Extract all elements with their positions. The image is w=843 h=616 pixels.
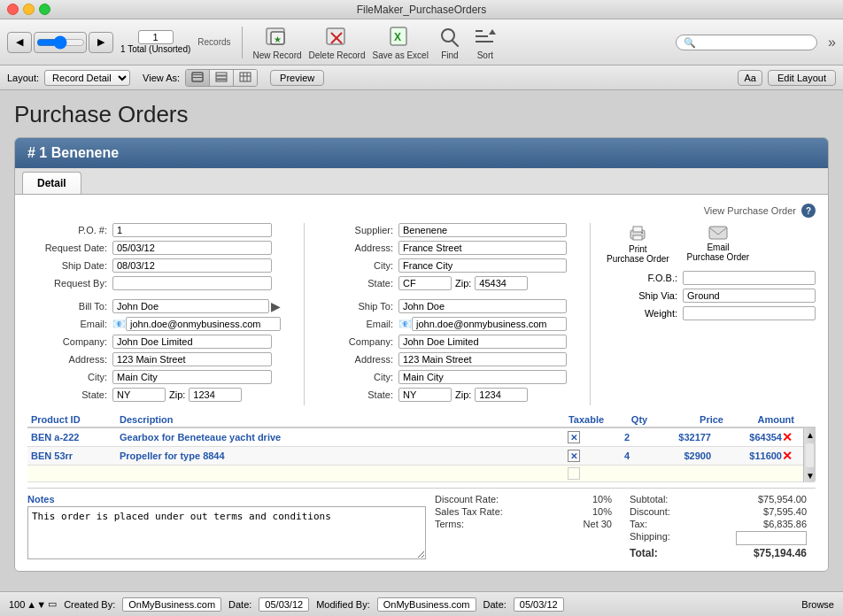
- bill-to-input[interactable]: [112, 299, 269, 313]
- view-po-link[interactable]: View Purchase Order: [704, 205, 796, 216]
- sales-tax-rate-value: 10%: [592, 506, 612, 517]
- action-buttons-row: PrintPurchase Order EmailPurchase Order: [607, 223, 816, 264]
- help-button[interactable]: ?: [801, 204, 816, 218]
- svg-rect-11: [476, 35, 488, 37]
- taxable-checkbox-2[interactable]: ✕: [568, 450, 580, 462]
- product-qty-empty: [605, 468, 649, 479]
- sup-state-input[interactable]: [398, 276, 452, 290]
- window-controls: [7, 4, 50, 15]
- scroll-up-button[interactable]: ▲: [804, 428, 816, 442]
- bill-email-input[interactable]: [126, 317, 281, 331]
- tabs: Detail: [15, 168, 828, 195]
- maximize-button[interactable]: [39, 4, 50, 15]
- bill-address-input[interactable]: [112, 352, 272, 366]
- delete-row-2-button[interactable]: ✕: [782, 449, 793, 463]
- edit-layout-button[interactable]: Edit Layout: [768, 70, 836, 86]
- toolbar-separator-1: [242, 27, 243, 58]
- window-title: FileMaker_PurchaseOrders: [357, 4, 487, 16]
- taxable-checkbox-empty[interactable]: [568, 467, 580, 480]
- discount-value: $7,595.40: [763, 506, 807, 517]
- modified-by-value: OnMyBusiness.com: [377, 597, 476, 612]
- print-po-label: PrintPurchase Order: [607, 244, 669, 264]
- svg-rect-18: [216, 76, 227, 79]
- sup-address-input[interactable]: [398, 241, 567, 255]
- sup-address-row: Address:: [313, 241, 567, 255]
- ship-company-label: Company:: [313, 336, 393, 347]
- svg-rect-28: [709, 227, 727, 239]
- delete-record-button[interactable]: Delete Record: [309, 24, 366, 60]
- tab-header: View Purchase Order ?: [27, 204, 816, 218]
- bill-city-input[interactable]: [112, 370, 272, 384]
- supplier-input[interactable]: [398, 223, 567, 237]
- preview-button[interactable]: Preview: [270, 70, 324, 86]
- print-po-button[interactable]: PrintPurchase Order: [607, 225, 669, 264]
- toolbar-expand-icon[interactable]: »: [828, 35, 836, 50]
- record-number-input[interactable]: [138, 30, 174, 44]
- bill-company-input[interactable]: [112, 335, 272, 349]
- weight-input[interactable]: [683, 306, 816, 320]
- ship-to-row: Ship To:: [313, 299, 567, 313]
- sort-button[interactable]: Sort: [471, 24, 499, 60]
- sup-zip-input[interactable]: [475, 276, 528, 290]
- sup-city-row: City:: [313, 258, 567, 273]
- product-id-1: BEN a-222: [31, 432, 120, 443]
- aa-button[interactable]: Aa: [738, 70, 762, 86]
- shipping-label: Shipping:: [630, 531, 670, 545]
- save-excel-button[interactable]: X Save as Excel: [373, 24, 429, 60]
- nav-back-button[interactable]: ◀: [7, 32, 32, 53]
- notes-textarea[interactable]: [27, 506, 426, 559]
- ship-state-input[interactable]: [398, 388, 452, 402]
- taxable-checkbox-1[interactable]: ✕: [568, 431, 580, 443]
- view-table-button[interactable]: [234, 70, 257, 86]
- zoom-area: 100 ▲▼ ▭: [9, 598, 57, 610]
- ship-via-input[interactable]: [683, 289, 816, 303]
- ship-city-input[interactable]: [398, 370, 567, 384]
- record-slider[interactable]: [36, 35, 85, 50]
- fob-input[interactable]: [683, 271, 816, 285]
- view-list-button[interactable]: [210, 70, 234, 86]
- ship-zip-input[interactable]: [475, 388, 528, 402]
- svg-point-8: [442, 29, 454, 42]
- request-date-label: Request Date:: [27, 243, 107, 253]
- layout-select[interactable]: Record Detail: [44, 70, 130, 86]
- bill-info-col: P.O. #: Request Date: Ship Date: Request…: [27, 223, 295, 405]
- minimize-button[interactable]: [23, 4, 35, 15]
- bill-state-input[interactable]: [112, 388, 166, 402]
- ship-date-input[interactable]: [112, 258, 272, 273]
- ship-to-input[interactable]: [398, 299, 567, 313]
- discount-row: Discount: $7,595.40: [630, 506, 807, 517]
- email-po-button[interactable]: EmailPurchase Order: [687, 225, 750, 264]
- layout-bar: Layout: Record Detail View As: Preview A…: [0, 65, 843, 90]
- nav-controls: ◀ ▶: [7, 32, 113, 53]
- view-form-button[interactable]: [186, 70, 210, 86]
- total-label-text: Total:: [630, 547, 658, 559]
- tab-detail[interactable]: Detail: [22, 172, 81, 194]
- scroll-down-button[interactable]: ▼: [804, 469, 816, 482]
- ship-company-input[interactable]: [398, 335, 567, 349]
- discount-rate-value: 10%: [592, 494, 612, 504]
- request-date-input[interactable]: [112, 241, 272, 255]
- layout-icon: ▭: [48, 598, 57, 610]
- close-button[interactable]: [7, 4, 19, 15]
- find-icon: [436, 24, 464, 49]
- bill-to-label: Bill To:: [27, 301, 107, 312]
- ship-email-input[interactable]: [412, 317, 567, 331]
- request-by-input[interactable]: [112, 276, 272, 290]
- product-qty-2: 4: [605, 450, 649, 461]
- shipping-input[interactable]: [736, 531, 807, 545]
- bill-zip-input[interactable]: [189, 388, 242, 402]
- ship-city-label: City:: [313, 372, 393, 382]
- nav-forward-button[interactable]: ▶: [89, 32, 113, 53]
- modified-by-label: Modified By:: [316, 599, 370, 610]
- records-label: Records: [197, 37, 230, 47]
- new-record-button[interactable]: ★ New Record: [253, 24, 302, 60]
- find-button[interactable]: Find: [436, 24, 464, 60]
- po-number-input[interactable]: [112, 223, 272, 237]
- ship-state-row: State: Zip:: [313, 388, 567, 402]
- delete-row-1-button[interactable]: ✕: [782, 430, 793, 444]
- sup-city-input[interactable]: [398, 258, 567, 273]
- search-input[interactable]: [676, 35, 817, 50]
- ship-address-input[interactable]: [398, 352, 567, 366]
- table-scrollbar[interactable]: ▲ ▼: [803, 428, 816, 482]
- nav-slider[interactable]: [34, 32, 87, 53]
